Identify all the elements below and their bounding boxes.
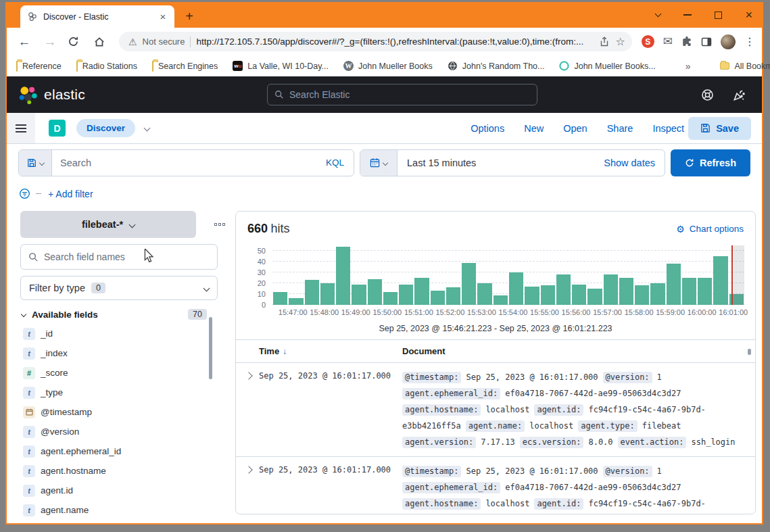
bookmark-search-engines[interactable]: Search Engines — [152, 62, 218, 71]
histogram-bar[interactable] — [273, 292, 287, 305]
global-search[interactable] — [267, 84, 537, 105]
histogram-bar[interactable] — [682, 278, 696, 305]
all-bookmarks[interactable]: All Bookmarks — [720, 62, 770, 71]
kql-search-input[interactable] — [52, 150, 316, 176]
histogram-bar[interactable] — [509, 272, 523, 305]
home-button[interactable] — [93, 36, 110, 48]
forward-button[interactable]: → — [42, 34, 58, 49]
expand-row-icon[interactable] — [245, 372, 252, 379]
field-_score[interactable]: #_score — [20, 363, 218, 383]
browser-menu-icon[interactable]: ⋮ — [744, 35, 755, 48]
histogram-bar[interactable] — [399, 285, 413, 305]
nav-inspect[interactable]: Inspect — [652, 123, 684, 134]
bookmark-reference[interactable]: Reference — [16, 62, 62, 71]
help-icon[interactable] — [701, 89, 714, 101]
bookmark-radio-stations[interactable]: Radio Stations — [76, 62, 137, 71]
bookmark-john-s-random-tho-[interactable]: John's Random Tho... — [448, 61, 545, 71]
histogram-bar[interactable] — [587, 289, 602, 305]
histogram-bar[interactable] — [667, 264, 681, 305]
news-popper-icon[interactable] — [733, 89, 746, 101]
index-pattern-selector[interactable]: filebeat-* — [20, 211, 196, 238]
histogram-bar[interactable] — [462, 263, 476, 305]
sidebar-scrollbar-thumb[interactable] — [209, 317, 212, 379]
histogram-bar[interactable] — [305, 280, 319, 305]
field-_type[interactable]: t_type — [20, 383, 218, 402]
side-panel-icon[interactable] — [701, 37, 712, 47]
nav-open[interactable]: Open — [563, 123, 587, 134]
field-_id[interactable]: t_id — [20, 324, 218, 343]
global-search-input[interactable] — [289, 89, 530, 100]
histogram-bar[interactable] — [446, 287, 460, 305]
field-_index[interactable]: t_index — [20, 343, 218, 363]
index-pattern-options-icon[interactable] — [214, 223, 225, 226]
filter-by-type-select[interactable]: Filter by type 0 — [20, 276, 218, 300]
field-@version[interactable]: t@version — [20, 422, 218, 441]
nav-share[interactable]: Share — [607, 123, 633, 134]
show-dates-button[interactable]: Show dates — [594, 150, 665, 176]
histogram-bar[interactable] — [635, 285, 649, 305]
bookmarks-overflow-chevrons[interactable]: » — [685, 61, 691, 72]
histogram-bar[interactable] — [619, 278, 633, 305]
field-agent.name[interactable]: tagent.name — [20, 500, 218, 520]
histogram-bar[interactable] — [431, 291, 445, 305]
minimize-button[interactable] — [683, 14, 692, 16]
space-badge[interactable]: D — [49, 120, 66, 137]
field-@timestamp[interactable]: @timestamp — [20, 402, 218, 422]
histogram-bar[interactable] — [698, 278, 712, 305]
filter-icon[interactable] — [19, 188, 30, 199]
kql-language-button[interactable]: KQL — [316, 150, 354, 176]
expand-row-icon[interactable] — [245, 466, 252, 473]
profile-avatar[interactable] — [721, 34, 736, 49]
browser-tab[interactable]: Discover - Elastic × — [20, 5, 174, 28]
histogram-bar[interactable] — [556, 274, 571, 305]
bookmark-la-valle-wi-10-day-[interactable]: wuLa Valle, WI 10-Day... — [233, 61, 329, 71]
histogram-bar[interactable] — [494, 295, 508, 305]
time-column-header[interactable]: Time↓ — [259, 346, 402, 356]
bookmark-star-icon[interactable]: ☆ — [615, 35, 625, 48]
histogram-bar[interactable] — [650, 283, 665, 305]
field-search-input[interactable] — [44, 251, 210, 262]
back-button[interactable]: ← — [16, 34, 32, 49]
nav-options[interactable]: Options — [471, 123, 504, 134]
sort-desc-icon[interactable]: ↓ — [283, 347, 287, 356]
extensions-puzzle-icon[interactable] — [681, 37, 692, 47]
histogram-bar[interactable] — [383, 292, 398, 305]
histogram-bar[interactable] — [414, 278, 429, 305]
save-button[interactable]: Save — [688, 117, 751, 140]
nav-new[interactable]: New — [524, 123, 544, 134]
field-agent.hostname[interactable]: tagent.hostname — [20, 461, 218, 481]
histogram-bar[interactable] — [604, 274, 618, 305]
histogram-bar[interactable] — [525, 287, 539, 305]
histogram-bar[interactable] — [572, 285, 586, 305]
new-tab-button[interactable]: + — [180, 7, 199, 26]
table-scrollbar-thumb[interactable] — [748, 349, 751, 355]
elastic-logo[interactable]: elastic — [19, 86, 85, 104]
histogram-bar[interactable] — [541, 285, 555, 305]
breadcrumb-chevron-icon[interactable] — [144, 125, 151, 132]
date-quick-menu-button[interactable] — [360, 150, 398, 176]
tab-close-icon[interactable]: × — [157, 11, 169, 23]
histogram-bar[interactable] — [289, 298, 303, 305]
field-agent.ephemeral_id[interactable]: tagent.ephemeral_id — [20, 441, 218, 461]
field-search[interactable] — [20, 244, 218, 270]
field-agent.id[interactable]: tagent.id — [20, 481, 218, 500]
close-window-button[interactable]: × — [745, 9, 752, 21]
bookmark-john-mueller-books[interactable]: WJohn Mueller Books — [343, 61, 433, 71]
add-filter-button[interactable]: + Add filter — [48, 189, 93, 199]
mail-extension-icon[interactable]: ✉ — [663, 34, 673, 49]
histogram-bar[interactable] — [336, 247, 350, 305]
histogram-bar[interactable] — [320, 283, 335, 305]
histogram-bar[interactable] — [368, 279, 382, 305]
maximize-button[interactable] — [715, 11, 722, 19]
menu-hamburger-icon[interactable] — [7, 113, 35, 143]
refresh-button[interactable]: Refresh — [671, 149, 750, 176]
chart-options-button[interactable]: ⚙ Chart options — [676, 224, 744, 235]
bookmark-john-mueller-books-[interactable]: John Mueller Books... — [559, 61, 655, 71]
saved-query-menu-button[interactable] — [19, 150, 52, 176]
histogram-bar[interactable] — [477, 283, 491, 305]
tab-search-chevron-icon[interactable] — [655, 11, 662, 18]
reload-button[interactable] — [68, 36, 84, 47]
extension-s-icon[interactable]: S — [642, 35, 654, 48]
histogram-bar[interactable] — [713, 256, 727, 305]
available-fields-header[interactable]: Available fields 70 — [20, 309, 218, 320]
